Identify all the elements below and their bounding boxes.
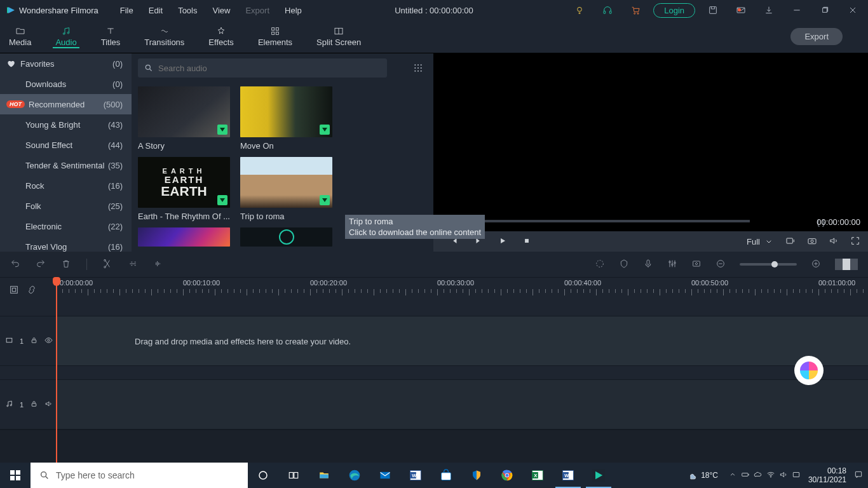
download-badge-icon[interactable] bbox=[217, 125, 227, 135]
tab-titles[interactable]: Titles bbox=[98, 25, 123, 48]
snapshot-icon[interactable] bbox=[807, 236, 817, 248]
sidebar-item-favorites[interactable]: Favorites(0) bbox=[0, 53, 132, 74]
lock-icon[interactable] bbox=[30, 336, 38, 346]
audio-thumbnail[interactable] bbox=[240, 227, 332, 247]
tab-transitions[interactable]: Transitions bbox=[142, 25, 187, 48]
sidebar-item-tender-sentimental[interactable]: Tender & Sentimental(35) bbox=[0, 155, 132, 175]
taskbar-clock[interactable]: 00:18 30/11/2021 bbox=[808, 466, 846, 484]
taskbar-cortana[interactable] bbox=[248, 463, 278, 488]
sidebar-item-recommended[interactable]: HOTRecommended(500) bbox=[0, 94, 132, 114]
undo-icon[interactable] bbox=[10, 259, 20, 271]
tab-splitscreen[interactable]: Split Screen bbox=[314, 25, 363, 48]
taskbar-search[interactable]: Type here to search bbox=[31, 463, 248, 488]
taskbar-chrome[interactable] bbox=[492, 463, 522, 488]
marker-icon[interactable] bbox=[619, 259, 629, 271]
zoom-out-icon[interactable] bbox=[715, 259, 726, 271]
download-badge-icon[interactable] bbox=[320, 125, 330, 135]
tab-effects[interactable]: Effects bbox=[206, 25, 236, 48]
tray-volume-icon[interactable] bbox=[779, 470, 788, 481]
sidebar-item-sound-effect[interactable]: Sound Effect(44) bbox=[0, 135, 132, 155]
crop-icon[interactable] bbox=[128, 259, 138, 271]
taskbar-weather[interactable]: 18°C bbox=[688, 471, 718, 480]
taskbar-explorer[interactable] bbox=[309, 463, 339, 488]
idea-icon[interactable] bbox=[569, 0, 590, 20]
lock-icon[interactable] bbox=[30, 400, 38, 409]
link-icon[interactable] bbox=[27, 285, 37, 297]
download-badge-icon[interactable] bbox=[217, 195, 227, 205]
fullscreen-icon[interactable] bbox=[850, 236, 860, 248]
sidebar-item-young-bright[interactable]: Young & Bright(43) bbox=[0, 114, 132, 135]
stop-button[interactable] bbox=[522, 236, 531, 247]
tray-battery-icon[interactable] bbox=[741, 470, 750, 481]
menu-view[interactable]: View bbox=[206, 3, 236, 18]
export-button[interactable]: Export bbox=[790, 28, 843, 45]
audio-wave-icon[interactable] bbox=[153, 259, 163, 271]
taskbar-word[interactable]: W bbox=[400, 463, 431, 488]
window-close-icon[interactable] bbox=[843, 0, 863, 20]
download-icon[interactable] bbox=[759, 0, 779, 20]
audio-thumbnail[interactable]: Move On bbox=[240, 86, 332, 151]
wondershare-badge[interactable] bbox=[794, 356, 824, 385]
sidebar-item-downloads[interactable]: Downloads(0) bbox=[0, 74, 132, 94]
sidebar-item-folk[interactable]: Folk(25) bbox=[0, 196, 132, 216]
taskbar-taskview[interactable] bbox=[278, 463, 309, 488]
login-button[interactable]: Login bbox=[653, 3, 695, 18]
window-restore-icon[interactable] bbox=[815, 0, 835, 20]
preview-quality-icon[interactable] bbox=[785, 236, 796, 248]
render-icon[interactable] bbox=[595, 259, 605, 271]
split-icon[interactable] bbox=[102, 259, 112, 271]
sidebar-item-travel-vlog[interactable]: Travel Vlog(16) bbox=[0, 236, 132, 252]
menu-file[interactable]: File bbox=[114, 3, 140, 18]
grid-view-icon[interactable] bbox=[413, 63, 423, 75]
timeline-ruler[interactable]: 00:00:00:0000:00:10:0000:00:20:0000:00:3… bbox=[0, 277, 868, 302]
zoom-slider[interactable] bbox=[740, 263, 797, 266]
download-badge-icon[interactable] bbox=[320, 195, 330, 205]
save-icon[interactable] bbox=[703, 0, 723, 20]
taskbar-excel[interactable]: X bbox=[522, 463, 553, 488]
taskbar-filmora[interactable] bbox=[583, 463, 614, 488]
tab-elements[interactable]: Elements bbox=[255, 25, 295, 48]
mail-icon[interactable] bbox=[731, 0, 751, 20]
video-track[interactable]: 1 Drag and drop media and effects here t… bbox=[0, 316, 868, 366]
playhead[interactable] bbox=[56, 277, 57, 463]
visibility-icon[interactable] bbox=[44, 336, 53, 346]
record-vo-icon[interactable] bbox=[643, 259, 653, 271]
taskbar-store[interactable] bbox=[431, 463, 461, 488]
timeline-view-toggle[interactable] bbox=[835, 259, 858, 270]
delete-icon[interactable] bbox=[61, 259, 71, 271]
tab-audio[interactable]: Audio bbox=[53, 25, 79, 48]
audio-thumbnail[interactable] bbox=[138, 227, 230, 247]
mute-icon[interactable] bbox=[44, 400, 53, 409]
start-button[interactable] bbox=[0, 463, 31, 488]
taskbar-word2[interactable]: W bbox=[553, 463, 583, 488]
tab-media[interactable]: Media bbox=[6, 25, 34, 48]
menu-edit[interactable]: Edit bbox=[142, 3, 169, 18]
tray-wifi-icon[interactable] bbox=[766, 470, 775, 481]
tray-onedrive-icon[interactable] bbox=[754, 470, 763, 481]
taskbar-edge[interactable] bbox=[339, 463, 370, 488]
cart-icon[interactable] bbox=[625, 0, 646, 20]
tray-language-icon[interactable] bbox=[792, 470, 801, 481]
headphones-icon[interactable] bbox=[597, 0, 618, 20]
audio-thumbnail[interactable]: EARTHEARTHEARTHEarth - The Rhythm Of ... bbox=[138, 157, 230, 221]
window-minimize-icon[interactable] bbox=[787, 0, 807, 20]
play-button[interactable] bbox=[498, 236, 507, 247]
audio-thumbnail[interactable]: Trip to roma bbox=[240, 157, 332, 221]
audio-thumbnail[interactable]: A Story bbox=[138, 86, 230, 151]
menu-tools[interactable]: Tools bbox=[172, 3, 203, 18]
search-input[interactable] bbox=[158, 64, 381, 73]
zoom-in-icon[interactable] bbox=[811, 259, 821, 271]
volume-icon[interactable] bbox=[829, 236, 839, 248]
tray-notification-icon[interactable] bbox=[854, 470, 863, 481]
menu-help[interactable]: Help bbox=[278, 3, 308, 18]
aspect-dropdown[interactable]: Full bbox=[747, 236, 774, 247]
preview-scrubber[interactable] bbox=[440, 220, 750, 222]
audio-track[interactable]: 1 bbox=[0, 380, 868, 430]
tray-chevron-icon[interactable] bbox=[728, 470, 737, 481]
redo-icon[interactable] bbox=[36, 259, 46, 271]
taskbar-security[interactable] bbox=[461, 463, 492, 488]
sidebar-item-rock[interactable]: Rock(16) bbox=[0, 175, 132, 196]
sidebar-item-electronic[interactable]: Electronic(22) bbox=[0, 216, 132, 236]
keyframe-icon[interactable] bbox=[691, 259, 702, 271]
taskbar-mail[interactable] bbox=[370, 463, 400, 488]
